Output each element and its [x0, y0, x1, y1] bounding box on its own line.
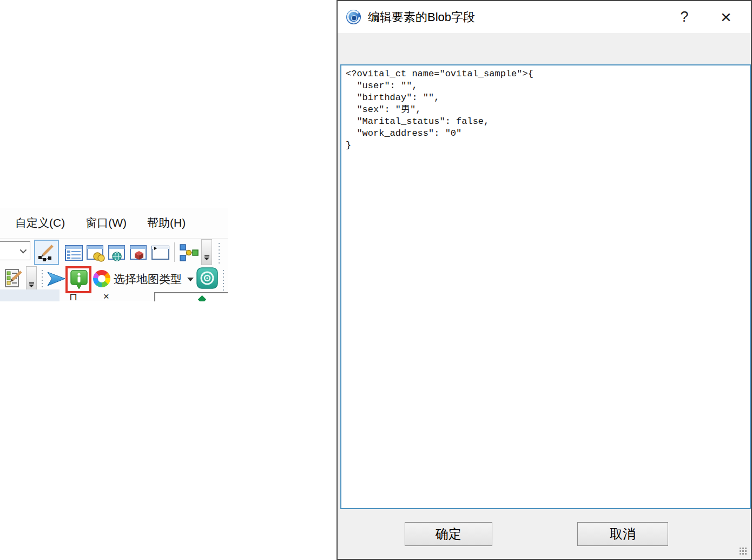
- panel-buttons: ⊓ ×: [69, 291, 109, 301]
- color-wheel-icon: [93, 270, 110, 287]
- coins-window-icon: [86, 243, 105, 262]
- menu-item-customize[interactable]: 自定义(C): [15, 215, 65, 230]
- menu-item-window[interactable]: 窗口(W): [85, 215, 127, 230]
- map-type-selector[interactable]: 选择地图类型: [114, 268, 194, 290]
- screenshot-stage: 自定义(C) 窗口(W) 帮助(H): [0, 0, 752, 560]
- green-diamond-marker: [198, 295, 207, 301]
- grid-window-icon: [64, 243, 83, 262]
- console-window-button[interactable]: [150, 242, 170, 263]
- feature-info-button[interactable]: [69, 269, 89, 291]
- toolbar-separator: [174, 242, 175, 262]
- map-panel-corner: [154, 292, 228, 301]
- toolbar-grip-3[interactable]: [222, 269, 225, 291]
- menu-bar: 自定义(C) 窗口(W) 帮助(H): [0, 213, 228, 233]
- toolbar-row-1: [0, 238, 228, 265]
- scale-combobox[interactable]: [0, 241, 30, 260]
- panel-pin-icon[interactable]: ⊓: [69, 291, 77, 301]
- box-window-icon: [129, 243, 148, 262]
- globe-window-icon: [108, 243, 127, 262]
- close-button[interactable]: ×: [711, 1, 741, 33]
- toolbar-overflow-button-2[interactable]: [26, 266, 37, 292]
- ok-button[interactable]: 确定: [405, 522, 492, 546]
- blob-field-container: <?ovital_ct name="ovital_sample">{ "user…: [340, 64, 751, 509]
- dialog-title: 编辑要素的Blob字段: [368, 9, 475, 25]
- node-graph-icon: [179, 243, 199, 262]
- dialog-edit-blob-field: 编辑要素的Blob字段 ? × <?ovital_ct name="ovital…: [337, 0, 752, 560]
- cancel-button[interactable]: 取消: [577, 522, 668, 546]
- panel-close-icon[interactable]: ×: [103, 291, 109, 301]
- overflow-bar: [205, 255, 209, 256]
- polyline-pencil-icon: [37, 243, 56, 262]
- compass-target-icon: [196, 267, 219, 289]
- web-window-button[interactable]: [107, 242, 127, 263]
- overflow-arrow-icon: [29, 285, 34, 287]
- object-window-button[interactable]: [128, 242, 149, 263]
- toolbar-grip-2[interactable]: [41, 269, 43, 291]
- attribute-table-button[interactable]: [63, 242, 84, 263]
- locate-button[interactable]: [195, 266, 219, 290]
- blob-textarea[interactable]: <?ovital_ct name="ovital_sample">{ "user…: [341, 65, 750, 508]
- dropdown-arrow-icon: [187, 278, 194, 281]
- help-button[interactable]: ?: [671, 1, 698, 33]
- color-settings-button[interactable]: [91, 268, 112, 289]
- panel-strip: [0, 289, 60, 301]
- node-graph-button[interactable]: [179, 242, 199, 263]
- menu-item-help[interactable]: 帮助(H): [147, 215, 186, 230]
- resize-grip[interactable]: [739, 547, 748, 556]
- blue-arrow-icon: [46, 269, 67, 288]
- data-cost-window-button[interactable]: [85, 242, 105, 263]
- ovital-logo-icon: [345, 9, 362, 25]
- chevron-down-icon: [20, 247, 27, 254]
- overflow-arrow-icon: [204, 258, 209, 260]
- toolbar-grip[interactable]: [218, 242, 220, 263]
- send-button[interactable]: [45, 268, 67, 289]
- overflow-bar: [29, 282, 34, 284]
- toolbar-overflow-button[interactable]: [201, 239, 212, 265]
- console-window-icon: [151, 243, 170, 262]
- checklist-pencil-icon: [3, 268, 24, 289]
- toolbar-fragment: 自定义(C) 窗口(W) 帮助(H): [0, 208, 228, 301]
- info-bubble-icon: [70, 269, 88, 290]
- checklist-edit-button[interactable]: [2, 267, 25, 290]
- map-type-label: 选择地图类型: [114, 272, 182, 287]
- edit-polyline-button[interactable]: [34, 240, 59, 265]
